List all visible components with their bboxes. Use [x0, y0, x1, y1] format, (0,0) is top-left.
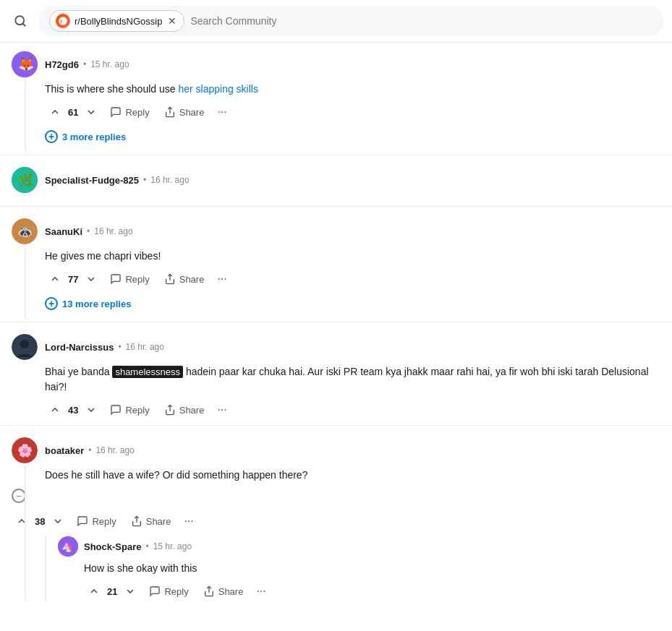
upvote-button[interactable]: [12, 512, 32, 530]
search-input[interactable]: [190, 15, 653, 27]
divider: [0, 425, 672, 426]
comments-area: 🦊 H72gd6 • 15 hr. ago This is where she …: [0, 43, 672, 621]
svg-point-13: [20, 340, 29, 348]
reply-button[interactable]: Reply: [104, 103, 155, 121]
avatar: 🦄: [58, 536, 78, 557]
timestamp: 16 hr. ago: [126, 342, 164, 352]
comment-header: 🌿 Specialist-Fudge-825 • 16 hr. ago: [12, 167, 660, 193]
comment-header: 🌸 boataker • 16 hr. ago: [12, 437, 660, 463]
upvote-button[interactable]: [45, 401, 65, 418]
timestamp: 15 hr. ago: [90, 59, 129, 69]
comment-h72gd6: 🦊 H72gd6 • 15 hr. ago This is where she …: [0, 43, 672, 152]
upvote-button[interactable]: [84, 583, 104, 600]
comment-meta: SaanuKi • 16 hr. ago: [45, 226, 133, 237]
svg-text:🌿: 🌿: [18, 173, 34, 188]
share-button[interactable]: Share: [125, 512, 177, 530]
more-options-button[interactable]: ···: [213, 270, 231, 288]
more-replies-label: 3 more replies: [62, 132, 126, 142]
timestamp: 16 hr. ago: [150, 175, 189, 185]
reply-button[interactable]: Reply: [104, 401, 155, 418]
comment-header: 🦊 H72gd6 • 15 hr. ago: [12, 51, 660, 77]
action-bar: 43 Reply Share ···: [45, 400, 660, 419]
avatar: 🌿: [12, 167, 38, 193]
comment-body: Bhai ye banda shamelessness hadein paar …: [45, 364, 660, 395]
comment-meta: Specialist-Fudge-825 • 16 hr. ago: [45, 175, 190, 186]
timestamp: 16 hr. ago: [95, 445, 134, 455]
subreddit-icon: r: [56, 14, 70, 28]
comment-meta: Lord-Narcissus • 16 hr. ago: [45, 342, 164, 353]
svg-text:🦝: 🦝: [17, 224, 33, 239]
nested-header: 🦄 Shock-Spare • 15 hr. ago: [58, 536, 660, 557]
more-options-button[interactable]: ···: [179, 512, 197, 531]
more-options-button[interactable]: ···: [252, 582, 270, 601]
downvote-button[interactable]: [48, 512, 68, 530]
body-prefix: This is where she should use: [45, 83, 178, 95]
vote-count: 43: [68, 405, 78, 416]
upvote-button[interactable]: [45, 270, 65, 288]
search-container[interactable]: r r/BollyBlindsNGossip ✕: [39, 6, 663, 36]
comment-body: [45, 197, 660, 200]
comment-header: Lord-Narcissus • 16 hr. ago: [12, 334, 660, 360]
body-link[interactable]: her slapping skills: [178, 83, 258, 95]
avatar: 🌸: [12, 437, 38, 463]
search-button[interactable]: [9, 9, 32, 33]
more-options-button[interactable]: ···: [213, 400, 231, 419]
username[interactable]: H72gd6: [45, 59, 79, 70]
comment-meta: H72gd6 • 15 hr. ago: [45, 59, 129, 70]
timestamp: 15 hr. ago: [153, 541, 192, 551]
svg-text:🦊: 🦊: [18, 56, 35, 72]
thread-line: [25, 247, 26, 319]
avatar: 🦊: [12, 51, 38, 77]
highlighted-text: shamelessness: [112, 366, 183, 378]
username[interactable]: Lord-Narcissus: [45, 342, 114, 353]
username[interactable]: SaanuKi: [45, 226, 82, 237]
share-button[interactable]: Share: [158, 270, 210, 288]
more-options-button[interactable]: ···: [213, 103, 231, 121]
downvote-button[interactable]: [120, 583, 140, 600]
action-bar: 21 Reply Share ···: [84, 582, 660, 601]
subreddit-close-button[interactable]: ✕: [166, 15, 178, 27]
comment-body: This is where she should use her slappin…: [45, 82, 660, 97]
svg-text:r: r: [61, 19, 63, 24]
vote-count: 77: [68, 274, 78, 285]
more-replies-icon: +: [45, 130, 58, 143]
more-replies-label: 13 more replies: [62, 299, 131, 309]
comment-saanuki: 🦝 SaanuKi • 16 hr. ago He gives me chapr…: [0, 210, 672, 319]
divider: [0, 155, 672, 155]
reply-button[interactable]: Reply: [104, 270, 155, 288]
more-replies[interactable]: + 3 more replies: [45, 127, 660, 152]
comment-boataker: 🌸 boataker • 16 hr. ago Does he still ha…: [0, 429, 672, 601]
reply-button[interactable]: Reply: [71, 512, 122, 530]
body-prefix: Bhai ye banda: [45, 366, 112, 377]
divider: [0, 322, 672, 322]
comment-lord-narcissus: Lord-Narcissus • 16 hr. ago Bhai ye band…: [0, 325, 672, 419]
share-button[interactable]: Share: [158, 401, 210, 418]
comment-meta: boataker • 16 hr. ago: [45, 445, 135, 456]
svg-line-1: [22, 23, 25, 25]
username[interactable]: Shock-Spare: [84, 541, 141, 552]
vote-count: 61: [68, 107, 78, 118]
search-bar: r r/BollyBlindsNGossip ✕: [0, 0, 672, 43]
downvote-button[interactable]: [81, 270, 101, 288]
svg-text:🌸: 🌸: [17, 443, 33, 458]
share-button[interactable]: Share: [158, 103, 210, 121]
subreddit-tag: r r/BollyBlindsNGossip ✕: [49, 10, 184, 32]
more-replies-icon: +: [45, 297, 58, 310]
comment-body: He gives me chapri vibes!: [45, 249, 660, 264]
username[interactable]: Specialist-Fudge-825: [45, 175, 139, 186]
comment-specialist: 🌿 Specialist-Fudge-825 • 16 hr. ago: [0, 158, 672, 200]
vote-count: 38: [35, 516, 45, 527]
upvote-button[interactable]: [45, 103, 65, 121]
username[interactable]: boataker: [45, 445, 84, 456]
avatar: 🦝: [12, 218, 38, 244]
comment-body: How is she okay with this: [84, 561, 660, 576]
downvote-button[interactable]: [81, 401, 101, 418]
more-replies[interactable]: + 13 more replies: [45, 294, 660, 319]
reply-button[interactable]: Reply: [143, 583, 194, 600]
svg-text:🦄: 🦄: [61, 541, 74, 553]
action-bar: 77 Reply Share ···: [45, 270, 660, 288]
downvote-button[interactable]: [81, 103, 101, 121]
subreddit-label: r/BollyBlindsNGossip: [75, 16, 162, 27]
collapse-button[interactable]: −: [12, 489, 26, 503]
share-button[interactable]: Share: [197, 583, 250, 600]
